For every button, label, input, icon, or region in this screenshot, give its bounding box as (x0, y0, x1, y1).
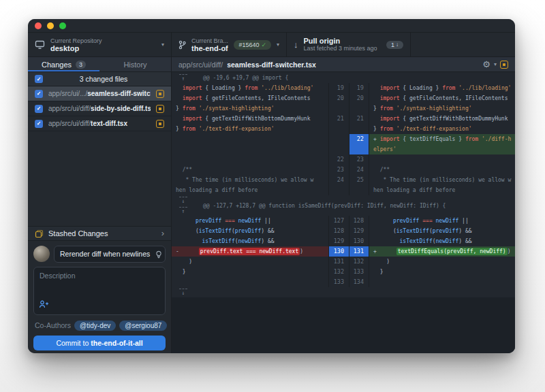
diff-hunk-header: ↑@@ -19,6 +19,7 @@ import { (172, 72, 515, 83)
code-cell: ) (172, 257, 328, 267)
branch-switcher-button[interactable]: Current Bra... the-end-of... #15640 ✓ ▾ (172, 33, 287, 56)
diff-file-name: seamless-diff-switcher.tsx (227, 61, 316, 69)
expand-hunk-up-icon[interactable]: ↑ (177, 72, 189, 83)
commit-description-input[interactable] (34, 267, 165, 301)
diff-row: /**2324 /** (172, 165, 515, 175)
changed-files-count: 3 changed files (43, 75, 164, 83)
coauthor-pill[interactable]: @sergiou87 (119, 321, 167, 331)
pull-origin-button[interactable]: ↓ Pull origin Last fetched 3 minutes ago… (287, 33, 411, 56)
file-path: app/src/ui/.../seamless-diff-switcher.ts… (48, 90, 151, 97)
commit-button-prefix: Commit to (56, 339, 89, 347)
code-cell: prevDiff === newDiff || (369, 216, 515, 226)
stashed-changes-row[interactable]: Stashed Changes › (28, 226, 171, 241)
file-row[interactable]: ✓app/src/ui/.../seamless-diff-switcher.t… (28, 86, 171, 101)
chevron-down-icon: ▾ (161, 42, 164, 48)
code-cell: (isTextDiff(prevDiff) && (369, 226, 515, 236)
line-number: 20 (328, 93, 349, 114)
commits-behind-badge: 1 ↓ (386, 41, 403, 49)
select-all-checkbox[interactable]: ✓ (35, 75, 43, 83)
hunk-header-text: @@ -19,6 +19,7 @@ import { (203, 75, 288, 81)
line-number: 133 (328, 277, 349, 287)
code-cell (172, 277, 328, 287)
expand-hunk-down-icon[interactable]: ↓ (177, 287, 189, 297)
lightbulb-icon[interactable] (155, 250, 162, 262)
expand-hunk-down-icon[interactable]: ↓ (177, 195, 189, 206)
stash-icon (35, 229, 44, 238)
changed-files-list: ✓app/src/ui/.../seamless-diff-switcher.t… (28, 86, 171, 131)
file-checkbox[interactable]: ✓ (35, 90, 43, 98)
arrow-down-icon: ↓ (294, 39, 298, 50)
code-cell: /** (172, 165, 328, 175)
diff-row: }132133 } (172, 267, 515, 277)
toolbar: Current Repository desktop ▾ Current Bra… (28, 33, 515, 57)
line-number[interactable]: 22 (349, 134, 369, 154)
line-number: 19 (328, 83, 349, 93)
commit-summary-input[interactable] (54, 246, 166, 263)
line-number: 23 (349, 154, 369, 165)
code-cell: import { getTextDiffWithBottomDummyHunk}… (172, 114, 328, 134)
code-cell: } (172, 267, 328, 277)
file-checkbox[interactable]: ✓ (35, 120, 43, 128)
code-cell: * The time (in milliseconds) we allow wh… (369, 175, 515, 195)
diff-row: prevDiff === newDiff ||127128 prevDiff =… (172, 216, 515, 226)
line-number: 133 (349, 267, 369, 277)
code-cell: import { Loading } from '../lib/loading' (172, 83, 328, 93)
line-number: 20 (349, 93, 369, 114)
code-cell: import { getTextDiffWithBottomDummyHunk}… (369, 114, 515, 134)
select-all-files-row[interactable]: ✓ 3 changed files (28, 72, 171, 86)
diff-row: import { getFileContents, IFileContents}… (172, 93, 515, 114)
github-desktop-window: Current Repository desktop ▾ Current Bra… (28, 19, 515, 353)
maximize-window-button[interactable] (59, 22, 66, 29)
diff-row: 133134 (172, 277, 515, 287)
hunk-header-text: @@ -127,7 +128,7 @@ function isSameDiff(… (203, 203, 446, 209)
coauthors-label: Co-Authors (35, 321, 71, 329)
tab-history[interactable]: History (99, 57, 171, 71)
branch-name: the-end-of... (191, 45, 228, 52)
close-window-button[interactable] (35, 22, 42, 29)
diff-pane: ↑@@ -19,6 +19,7 @@ import { import { Loa… (172, 72, 515, 353)
file-row[interactable]: ✓app/src/ui/diff/side-by-side-diff.tsx (28, 101, 171, 116)
pull-request-badge[interactable]: #15640 ✓ (234, 40, 271, 50)
add-coauthor-icon[interactable] (39, 299, 49, 311)
code-cell: ) (369, 257, 515, 267)
chevron-right-icon: › (161, 229, 164, 238)
file-checkbox[interactable]: ✓ (35, 105, 43, 113)
line-number[interactable]: 131 (349, 246, 369, 257)
line-number: 128 (349, 216, 369, 226)
subheader: Changes 3 History app/src/ui/diff/seamle… (28, 57, 515, 72)
line-number[interactable]: 130 (328, 246, 349, 257)
modified-status-icon (500, 61, 508, 69)
line-number: 134 (349, 277, 369, 287)
expand-hunk-up-icon[interactable]: ↑ (177, 206, 189, 216)
tab-changes[interactable]: Changes 3 (28, 57, 99, 71)
line-number: 128 (328, 226, 349, 236)
sidebar-tabs: Changes 3 History (28, 57, 172, 71)
line-number: 25 (349, 175, 369, 195)
modified-status-icon (156, 105, 164, 113)
diff-file-path: app/src/ui/diff/ (178, 61, 223, 69)
branch-label: Current Bra... (191, 37, 228, 45)
diff-expand-row: ↓ (172, 287, 515, 297)
diff-row: import { getTextDiffWithBottomDummyHunk}… (172, 114, 515, 134)
file-row[interactable]: ✓app/src/ui/diff/text-diff.tsx (28, 116, 171, 131)
window-titlebar (28, 19, 515, 33)
commit-description-box (33, 267, 166, 315)
file-path: app/src/ui/diff/text-diff.tsx (48, 120, 151, 127)
commit-button[interactable]: Commit to the-end-of-it-all (33, 336, 166, 350)
coauthor-pill[interactable]: @tidy-dev (74, 321, 116, 331)
code-cell (369, 154, 515, 165)
minimize-window-button[interactable] (47, 22, 54, 29)
chevron-down-icon[interactable]: ▾ (494, 61, 497, 67)
code-cell: + textDiffEquals(prevDiff, newDiff)) (369, 246, 515, 257)
diff-row: (isTextDiff(prevDiff) &&128129 (isTextDi… (172, 226, 515, 236)
code-cell: prevDiff === newDiff || (172, 216, 328, 226)
gear-icon[interactable]: ⚙ (482, 60, 490, 69)
coauthors-row: Co-Authors @tidy-dev@sergiou87 (33, 318, 166, 333)
code-cell: } (369, 267, 515, 277)
line-number: 23 (328, 165, 349, 175)
line-number: 127 (328, 216, 349, 226)
code-cell: import { getFileContents, IFileContents}… (369, 93, 515, 114)
commit-form: Co-Authors @tidy-dev@sergiou87 Commit to… (28, 241, 171, 353)
repository-switcher-button[interactable]: Current Repository desktop ▾ (28, 33, 172, 56)
repository-label: Current Repository (50, 37, 156, 45)
